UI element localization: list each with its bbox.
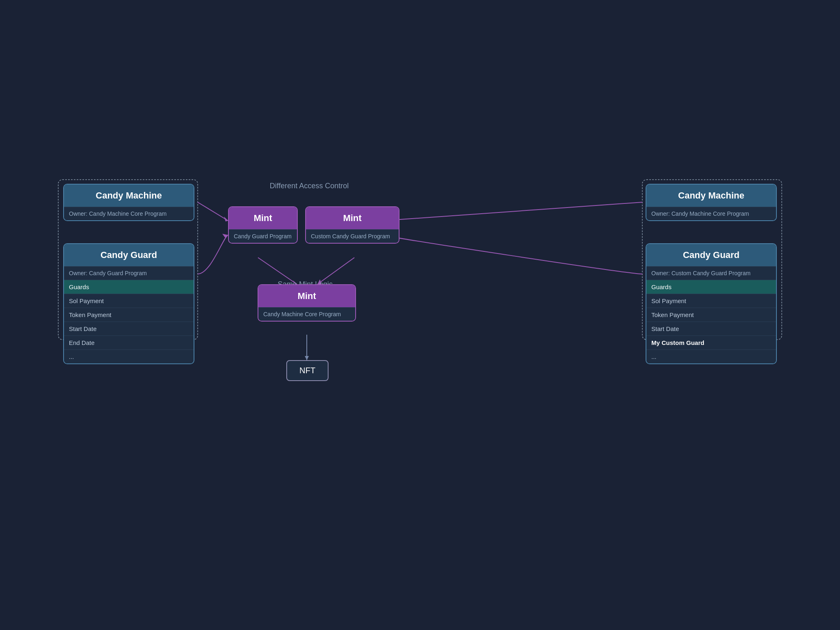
left-candy-guard-card: Candy Guard Owner: Candy Guard Program G… [63, 243, 194, 364]
right-cg-custom: My Custom Guard [646, 336, 776, 349]
left-cg-owner: Owner: Candy Guard Program [64, 266, 194, 280]
left-cg-token: Token Payment [64, 308, 194, 322]
right-cg-title: Candy Guard [646, 244, 776, 266]
mint-center-subtitle: Candy Machine Core Program [258, 307, 355, 321]
right-cg-owner: Owner: Custom Candy Guard Program [646, 266, 776, 280]
right-cg-guards: Guards [646, 280, 776, 294]
mint-left-subtitle: Candy Guard Program [229, 229, 297, 243]
left-cg-end: End Date [64, 336, 194, 349]
left-candy-machine-card: Candy Machine Owner: Candy Machine Core … [63, 184, 194, 221]
mint-center-card: Mint Candy Machine Core Program [258, 284, 356, 322]
nft-label: NFT [299, 366, 315, 375]
left-cg-sol: Sol Payment [64, 294, 194, 308]
right-cg-token: Token Payment [646, 308, 776, 322]
mint-center-title: Mint [258, 285, 355, 307]
left-cg-more: ... [64, 349, 194, 363]
right-cg-more: ... [646, 349, 776, 363]
right-candy-machine-card: Candy Machine Owner: Candy Machine Core … [646, 184, 777, 221]
mint-right-title: Mint [306, 207, 399, 229]
mint-right-subtitle: Custom Candy Guard Program [306, 229, 399, 243]
svg-line-8 [383, 202, 642, 221]
left-cg-start: Start Date [64, 322, 194, 336]
mint-left-card: Mint Candy Guard Program [228, 206, 298, 244]
svg-marker-3 [224, 217, 228, 221]
mint-right-card: Mint Custom Candy Guard Program [305, 206, 399, 244]
nft-box: NFT [286, 360, 329, 381]
left-cm-title: Candy Machine [64, 185, 194, 207]
right-candy-guard-card: Candy Guard Owner: Custom Candy Guard Pr… [646, 243, 777, 364]
left-cg-guards: Guards [64, 280, 194, 294]
svg-marker-12 [222, 234, 228, 238]
left-cm-owner: Owner: Candy Machine Core Program [64, 207, 194, 220]
mint-left-title: Mint [229, 207, 297, 229]
diagram-container: Different Access Control Same Mint Logic… [51, 171, 789, 459]
svg-marker-11 [305, 356, 309, 360]
right-cg-start: Start Date [646, 322, 776, 336]
right-cm-owner: Owner: Candy Machine Core Program [646, 207, 776, 220]
left-cg-title: Candy Guard [64, 244, 194, 266]
svg-line-2 [198, 202, 228, 221]
different-access-label: Different Access Control [182, 182, 436, 190]
right-cm-title: Candy Machine [646, 185, 776, 207]
right-cg-sol: Sol Payment [646, 294, 776, 308]
